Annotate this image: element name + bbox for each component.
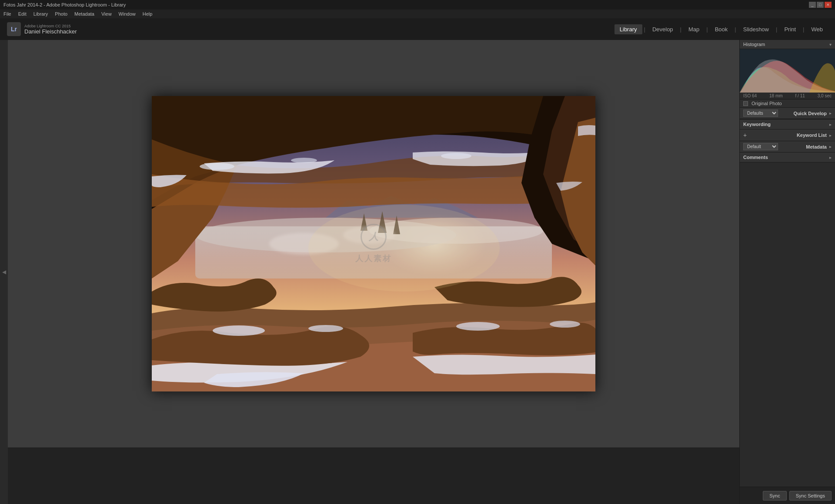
nav-map[interactable]: Map	[683, 24, 705, 34]
minimize-button[interactable]: _	[809, 2, 816, 8]
photo-container: 人 人人素材	[152, 96, 595, 391]
lr-icon: Lr	[7, 22, 21, 36]
left-panel-toggle[interactable]: ◀	[0, 40, 8, 504]
photo-image	[152, 96, 595, 391]
quick-develop-section: Defaults Quick Develop ▸	[740, 108, 835, 119]
filmstrip[interactable]	[8, 448, 739, 504]
svg-point-25	[308, 205, 500, 292]
metadata-expand-icon[interactable]: ▸	[829, 144, 832, 149]
histogram-expand-icon[interactable]: ▾	[829, 42, 832, 47]
original-photo-label: Original Photo	[752, 101, 782, 106]
nav-book[interactable]: Book	[710, 24, 733, 34]
quick-develop-preset-select[interactable]: Defaults	[743, 109, 778, 117]
keyword-list-expand-icon[interactable]: ▸	[829, 133, 832, 138]
quick-develop-title: Quick Develop	[794, 111, 827, 116]
right-panel-empty	[740, 162, 835, 487]
main-area: ◀ www.rr-sc.com	[0, 40, 835, 504]
nav-slideshow[interactable]: Slideshow	[738, 24, 774, 34]
quick-develop-expand-icon[interactable]: ▸	[829, 111, 832, 116]
photo-area[interactable]: 人 人人素材	[8, 40, 739, 448]
menu-metadata[interactable]: Metadata	[74, 11, 94, 17]
bottom-sync-bar: Sync Sync Settings	[740, 487, 835, 504]
window-title: Fotos Jahr 2014-2 - Adobe Photoshop Ligh…	[3, 2, 126, 7]
histogram-svg	[740, 49, 835, 93]
metadata-title: Metadata	[806, 144, 827, 149]
metadata-row[interactable]: Default Metadata ▸	[740, 141, 835, 153]
keywording-title: Keywording	[743, 122, 771, 127]
histogram-iso: ISO 64	[743, 93, 757, 98]
histogram-canvas	[740, 49, 835, 93]
quick-develop-header[interactable]: Defaults Quick Develop ▸	[740, 108, 835, 119]
nav-web[interactable]: Web	[806, 24, 828, 34]
keywording-row[interactable]: Keywording ▸	[740, 119, 835, 129]
sync-button[interactable]: Sync	[763, 491, 786, 501]
svg-point-12	[200, 163, 234, 170]
menu-library[interactable]: Library	[33, 11, 48, 17]
menu-view[interactable]: View	[101, 11, 112, 17]
histogram-shutter: 3,0 sec	[818, 93, 832, 98]
menu-file[interactable]: File	[3, 11, 11, 17]
comments-expand-icon[interactable]: ▸	[829, 155, 832, 160]
comments-title: Comments	[743, 155, 768, 160]
window-controls[interactable]: _ □ ✕	[809, 2, 832, 8]
keyword-list-row[interactable]: + Keyword List ▸	[740, 129, 835, 141]
keywording-expand-icon[interactable]: ▸	[829, 122, 832, 127]
nav-bar: Lr Adobe Lightroom CC 2015 Daniel Fleisc…	[0, 18, 835, 40]
svg-point-13	[291, 158, 317, 163]
metadata-preset-select[interactable]: Default	[743, 143, 778, 150]
lr-info: Adobe Lightroom CC 2015 Daniel Fleischha…	[24, 24, 77, 35]
close-button[interactable]: ✕	[825, 2, 832, 8]
right-panel: Histogram ▾	[739, 40, 835, 504]
menu-window[interactable]: Window	[119, 11, 136, 17]
keyword-list-title: Keyword List	[797, 133, 827, 138]
nav-print[interactable]: Print	[779, 24, 801, 34]
menu-photo[interactable]: Photo	[55, 11, 67, 17]
nav-sep-4: |	[735, 26, 736, 33]
nav-sep-3: |	[706, 26, 708, 33]
lr-brand: Adobe Lightroom CC 2015	[24, 24, 77, 28]
nav-sep-6: |	[803, 26, 804, 33]
sync-settings-button[interactable]: Sync Settings	[789, 491, 832, 501]
nav-sep-2: |	[680, 26, 681, 33]
menu-edit[interactable]: Edit	[18, 11, 27, 17]
lr-logo-text: Lr	[11, 26, 17, 33]
histogram-info: ISO 64 18 mm f / 11 3,0 sec	[740, 93, 835, 99]
histogram-title: Histogram	[743, 42, 765, 47]
menu-bar: File Edit Library Photo Metadata View Wi…	[0, 10, 835, 18]
lr-user: Daniel Fleischhacker	[24, 28, 77, 35]
histogram-header[interactable]: Histogram ▾	[740, 40, 835, 49]
nav-library[interactable]: Library	[615, 24, 642, 34]
svg-point-14	[441, 153, 471, 159]
svg-point-19	[213, 325, 265, 336]
menu-help[interactable]: Help	[143, 11, 153, 17]
svg-point-21	[456, 322, 500, 331]
nav-links: Library | Develop | Map | Book | Slidesh…	[615, 24, 828, 34]
histogram-section: Histogram ▾	[740, 40, 835, 99]
svg-point-20	[308, 325, 343, 332]
svg-point-22	[550, 321, 580, 328]
histogram-focal: 18 mm	[769, 93, 783, 98]
title-bar: Fotos Jahr 2014-2 - Adobe Photoshop Ligh…	[0, 0, 835, 10]
comments-row[interactable]: Comments ▸	[740, 153, 835, 162]
maximize-button[interactable]: □	[817, 2, 824, 8]
keyword-add-icon[interactable]: +	[743, 132, 747, 139]
nav-sep-1: |	[644, 26, 645, 33]
original-photo-bar[interactable]: Original Photo	[740, 99, 835, 108]
histogram-aperture: f / 11	[795, 93, 805, 98]
nav-sep-5: |	[776, 26, 777, 33]
nav-develop[interactable]: Develop	[647, 24, 678, 34]
original-photo-checkbox[interactable]	[743, 101, 748, 106]
lr-logo: Lr Adobe Lightroom CC 2015 Daniel Fleisc…	[7, 22, 77, 36]
left-arrow-icon: ◀	[2, 269, 6, 275]
center-area: www.rr-sc.com	[8, 40, 739, 504]
